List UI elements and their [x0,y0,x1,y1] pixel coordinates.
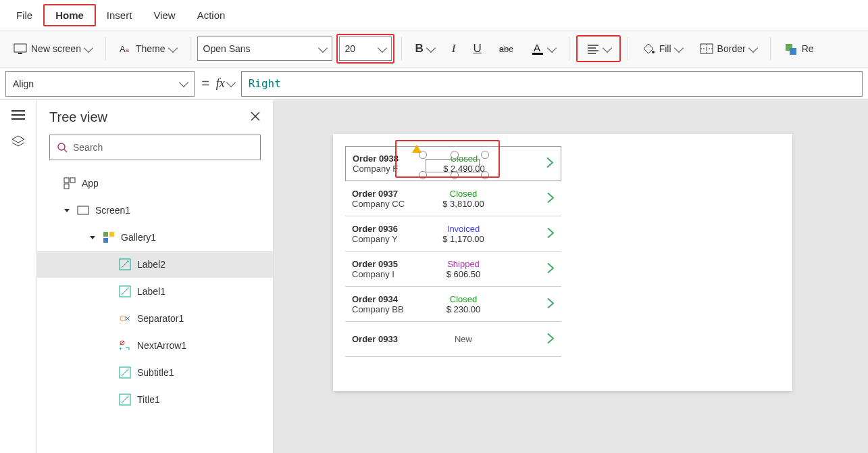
reorder-button[interactable]: Re [777,37,821,61]
expand-icon[interactable] [63,207,71,214]
italic-button[interactable]: I [445,37,463,61]
gallery-row[interactable]: Order 0937Company CCClosed$ 3,810.00 [345,181,561,216]
gallery-control[interactable]: Order 0938Company FClosed$ 2,490.00Order… [345,146,561,357]
separator [628,37,628,60]
tree-header: Tree view [37,100,273,135]
gallery-row[interactable]: Order 0934Company BBClosed$ 230.00 [345,287,561,322]
menu-action[interactable]: Action [186,5,236,25]
resize-handle[interactable] [451,151,459,159]
gallery-row[interactable]: Order 0935Company IShipped$ 606.50 [345,252,561,287]
fx-icon: fx [216,76,225,91]
strike-icon: abc [499,44,513,54]
border-icon [700,43,713,54]
tree-view-rail-button[interactable] [11,135,26,150]
chevron-right-icon [546,157,554,169]
new-screen-button[interactable]: New screen [7,37,99,61]
underline-button[interactable]: U [466,37,488,61]
menu-bar: File Home Insert View Action [0,0,868,30]
tree-title: Tree view [49,110,107,125]
highlight-align [576,35,621,62]
strikethrough-button[interactable]: abc [492,37,520,61]
svg-line-22 [64,149,67,152]
tree-item-label1[interactable]: Label1 [37,278,273,305]
label-icon [118,394,132,406]
next-arrow[interactable] [546,297,555,311]
svg-point-32 [120,316,126,321]
svg-rect-28 [109,232,114,237]
tree-item-label: Subtitle1 [137,367,174,378]
gallery-row[interactable]: Order 0938Company FClosed$ 2,490.00 [345,146,561,181]
theme-label: Theme [136,43,165,54]
tree-item-label: Label2 [137,259,165,270]
next-arrow[interactable] [546,191,555,206]
price-label: $ 3,810.00 [426,199,501,209]
text-align-button[interactable] [580,39,617,59]
svg-rect-27 [103,232,108,237]
font-family-select[interactable]: Open Sans [197,37,332,61]
svg-rect-29 [103,238,108,243]
font-color-button[interactable]: A [524,37,562,61]
next-arrow[interactable] [546,157,554,171]
border-label: Border [717,43,746,54]
svg-rect-25 [64,184,69,189]
menu-home[interactable]: Home [43,4,96,26]
search-input[interactable]: Search [49,135,261,160]
svg-point-21 [58,143,65,150]
next-arrow[interactable] [546,226,555,241]
fill-icon [642,43,655,55]
font-size-select[interactable]: 20 [339,37,392,61]
formula-input[interactable]: Right [241,71,863,97]
theme-button[interactable]: Aa Theme [113,37,183,61]
menu-insert[interactable]: Insert [96,5,143,25]
gallery-row[interactable]: Order 0936Company YInvoiced$ 1,170.00 [345,216,561,252]
tree-item-label2[interactable]: Label2 [37,251,273,278]
label-icon [118,285,132,297]
tree-item-separator1[interactable]: Separator1 [37,305,273,332]
tree-item-gallery1[interactable]: Gallery1 [37,224,273,251]
resize-handle[interactable] [481,151,489,159]
tree-item-screen1[interactable]: Screen1 [37,197,273,224]
bold-button[interactable]: B [409,37,441,61]
screen-icon [76,206,90,215]
warning-icon [412,145,422,153]
expand-icon[interactable] [88,234,97,241]
fx-button[interactable]: fx [216,76,234,91]
svg-text:A: A [534,42,540,53]
svg-text:A: A [120,44,126,54]
next-arrow[interactable] [546,262,555,276]
separator [770,37,771,60]
svg-rect-26 [78,206,88,214]
order-number: Order 0934 [352,294,426,304]
resize-handle[interactable] [481,171,489,179]
label2-selection[interactable] [426,159,480,172]
italic-icon: I [452,42,456,55]
search-placeholder: Search [73,142,103,153]
bold-icon: B [415,42,424,55]
chevron-down-icon [547,43,557,52]
svg-text:a: a [126,47,129,53]
fill-button[interactable]: Fill [635,37,689,61]
search-icon [57,142,68,153]
next-arrow[interactable] [546,332,555,346]
price-label: $ 230.00 [426,304,501,314]
label-icon [118,366,132,379]
menu-file[interactable]: File [5,5,43,25]
tree-list: App Screen1 Gallery1 [37,167,273,453]
tree-item-subtitle1[interactable]: Subtitle1 [37,359,273,386]
close-panel-button[interactable] [250,110,261,125]
gallery-row[interactable]: Order 0933New [345,322,561,357]
status-label: Shipped [426,259,501,269]
tree-item-label: NextArrow1 [137,340,186,351]
tree-item-title1[interactable]: Title1 [37,386,273,413]
tree-item-nextarrow1[interactable]: + NextArrow1 [37,332,273,359]
property-select[interactable]: Align [5,71,195,97]
order-number: Order 0938 [353,153,427,164]
status-label: New [426,334,501,344]
tree-search: Search [49,135,261,160]
hamburger-button[interactable] [11,110,25,122]
canvas[interactable]: Order 0938Company FClosed$ 2,490.00Order… [274,100,868,453]
menu-view[interactable]: View [143,5,186,25]
border-button[interactable]: Border [693,37,763,61]
tree-item-app[interactable]: App [37,170,273,197]
chevron-down-icon [377,43,386,52]
